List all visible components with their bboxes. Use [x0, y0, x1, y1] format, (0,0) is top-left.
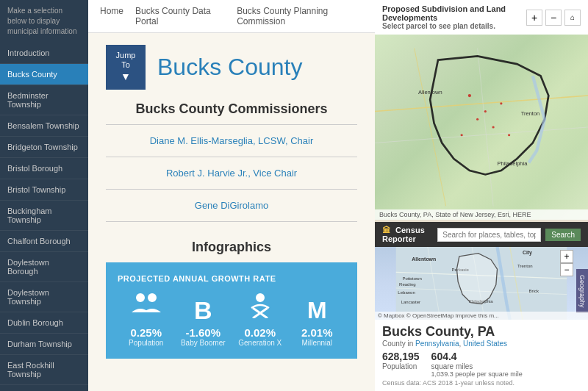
sidebar-item-bucks-county[interactable]: Bucks County [0, 64, 88, 85]
commissioners-section: Bucks County Commissioners Diane M. Elli… [88, 101, 375, 240]
svg-point-10 [484, 110, 487, 112]
svg-point-0 [136, 293, 145, 302]
commissioner-2[interactable]: Robert J. Harvie Jr., Vice Chair [106, 163, 357, 183]
svg-text:Lebanon: Lebanon [398, 290, 415, 295]
map-header-content: Proposed Subdivision and Land Developmen… [382, 4, 526, 30]
sidebar-item-falls[interactable]: Falls Township [0, 385, 88, 391]
millennial-category: Millennial [289, 339, 346, 347]
gen-x-value: 0.02% [232, 326, 289, 339]
svg-text:City: City [523, 250, 532, 256]
sidebar-item-chalfont[interactable]: Chalfont Borough [0, 231, 88, 252]
census-area-value: 604.4 [431, 351, 523, 362]
sidebar: Make a selection below to display munici… [0, 0, 88, 391]
nav-bar: Home Bucks County Data Portal Bucks Coun… [88, 0, 375, 33]
svg-text:Lancaster: Lancaster [401, 300, 420, 304]
svg-line-5 [375, 96, 588, 111]
census-geography-tab[interactable]: Geography [576, 269, 588, 314]
main-area: Home Bucks County Data Portal Bucks Coun… [88, 0, 588, 391]
svg-text:Trenton: Trenton [521, 110, 540, 117]
census-header: 🏛 Census Reporter Search [375, 222, 588, 247]
census-search-button[interactable]: Search [545, 229, 581, 241]
infographic-millennial: M 2.01% Millennial [289, 297, 346, 347]
map-footer: Bucks County, PA, State of New Jersey, E… [375, 209, 588, 220]
svg-text:Brick: Brick [529, 289, 539, 293]
sidebar-item-dublin[interactable]: Dublin Borough [0, 312, 88, 334]
nav-home[interactable]: Home [100, 6, 123, 26]
census-logo: 🏛 Census Reporter [382, 226, 431, 243]
gen-x-icon [232, 292, 289, 323]
divider-1 [106, 124, 357, 125]
sidebar-item-bensalem[interactable]: Bensalem Township [0, 115, 88, 137]
sidebar-item-doylestown-township[interactable]: Doylestown Township [0, 282, 88, 312]
census-reporter-icon: 🏛 [382, 226, 390, 234]
infographic-population: 0.25% Population [118, 292, 175, 347]
census-state-link[interactable]: Pennsylvania [415, 340, 459, 348]
svg-point-1 [148, 293, 157, 302]
map-zoom-in[interactable]: + [526, 10, 542, 26]
sidebar-item-doylestown-borough[interactable]: Doylestown Borough [0, 252, 88, 282]
sidebar-item-introduction[interactable]: Introduction [0, 43, 88, 64]
census-county-name: Bucks County, PA [382, 324, 581, 340]
nav-planning[interactable]: Bucks County Planning Commission [237, 6, 363, 26]
right-panel: Proposed Subdivision and Land Developmen… [375, 0, 588, 391]
svg-point-9 [468, 94, 471, 97]
infographic-gen-x: 0.02% Generation X [232, 292, 289, 347]
jump-to-label: JumpTo [113, 51, 138, 70]
svg-point-15 [508, 134, 510, 136]
commissioner-3[interactable]: Gene DiGirolamo [106, 196, 357, 215]
sidebar-item-durham[interactable]: Durham Township [0, 334, 88, 355]
sidebar-item-bridgeton[interactable]: Bridgeton Township [0, 137, 88, 158]
census-map-attribution: © Mapbox © OpenStreetMap Improve this m.… [375, 312, 588, 320]
census-population-stat: 628,195 Population [382, 351, 420, 378]
baby-boomer-category: Baby Boomer [175, 339, 232, 347]
census-map-controls: + − [560, 250, 573, 276]
divider-3 [106, 189, 357, 190]
census-search-input[interactable] [437, 228, 541, 242]
infographic-baby-boomer: B -1.60% Baby Boomer [175, 297, 232, 347]
infographic-items: 0.25% Population B -1.60% Baby Boomer [118, 292, 345, 347]
svg-point-12 [492, 126, 495, 128]
map-canvas[interactable]: Allentown Trenton Philadelphia Bucks Cou… [375, 35, 588, 220]
county-title: Bucks County [157, 54, 302, 81]
sidebar-item-bedminster[interactable]: Bedminster Township [0, 85, 88, 115]
census-info-panel: Bucks County, PA County in Pennsylvania,… [375, 320, 588, 391]
svg-line-6 [415, 49, 446, 207]
map-title: Proposed Subdivision and Land Developmen… [382, 4, 526, 22]
commissioner-1[interactable]: Diane M. Ellis-Marseglia, LCSW, Chair [106, 131, 357, 151]
svg-line-7 [375, 127, 588, 143]
map-zoom-out[interactable]: − [545, 10, 562, 26]
baby-boomer-icon: B [175, 297, 232, 323]
sidebar-item-bristol-township[interactable]: Bristol Township [0, 179, 88, 201]
census-county-type: County in [382, 340, 413, 348]
map-section: Proposed Subdivision and Land Developmen… [375, 0, 588, 222]
census-zoom-out[interactable]: − [560, 263, 573, 276]
svg-text:Trenton: Trenton [517, 264, 533, 268]
census-map-area[interactable]: Allentown Perkasie Pottstown Reading Leb… [375, 247, 588, 320]
svg-text:Philadelphia: Philadelphia [497, 160, 528, 167]
infographic-box-label: PROJECTED ANNUAL GROWTH RATE [118, 274, 345, 283]
svg-point-14 [461, 134, 463, 136]
census-population-value: 628,195 [382, 351, 420, 362]
map-header: Proposed Subdivision and Land Developmen… [375, 0, 588, 35]
census-area-stat: 604.4 square miles 1,039.3 people per sq… [431, 351, 523, 378]
sidebar-item-bristol-borough[interactable]: Bristol Borough [0, 158, 88, 179]
census-data-note: Census data: ACS 2018 1-year unless note… [382, 379, 581, 387]
census-zoom-in[interactable]: + [560, 250, 573, 263]
census-search-box: Search [437, 228, 581, 242]
divider-2 [106, 157, 357, 157]
sidebar-item-east-rockhill[interactable]: East Rockhill Township [0, 355, 88, 385]
sidebar-item-buckingham[interactable]: Buckingham Township [0, 201, 88, 231]
population-icon [118, 292, 175, 323]
infographic-box: PROJECTED ANNUAL GROWTH RATE 0.25 [106, 262, 357, 359]
svg-line-8 [478, 49, 493, 207]
nav-data-portal[interactable]: Bucks County Data Portal [135, 6, 225, 26]
jump-to-box[interactable]: JumpTo ▼ [106, 45, 146, 90]
map-background: Allentown Trenton Philadelphia [375, 35, 588, 220]
infographics-section: Infographics PROJECTED ANNUAL GROWTH RAT… [88, 240, 375, 370]
census-country-link[interactable]: United States [463, 340, 507, 348]
population-value: 0.25% [118, 326, 175, 339]
map-home[interactable]: ⌂ [564, 10, 581, 26]
map-controls: + − ⌂ [526, 10, 581, 26]
census-section: 🏛 Census Reporter Search [375, 222, 588, 391]
sidebar-header: Make a selection below to display munici… [0, 0, 88, 43]
